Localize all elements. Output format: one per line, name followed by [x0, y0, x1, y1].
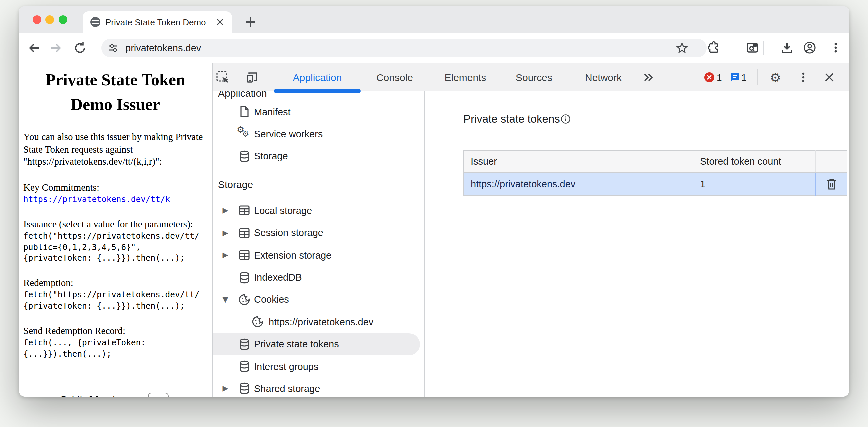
trash-icon[interactable]: [826, 178, 837, 190]
redemption-code-line: {privateToken: {...}}).then(...);: [23, 301, 209, 312]
devtools-close-icon[interactable]: [823, 71, 836, 84]
sidebar-item-extension-storage[interactable]: ▶ Extension storage: [213, 244, 424, 266]
tab-strip: Private State Token Demo: [19, 6, 849, 33]
sidebar-item-label: Manifest: [254, 106, 291, 117]
inspect-element-icon[interactable]: [216, 71, 229, 84]
sidebar-item-label: Session storage: [254, 228, 323, 238]
table-header-row: Issuer Stored token count: [464, 150, 847, 172]
reload-icon[interactable]: [73, 41, 87, 55]
table-row[interactable]: https://privatetokens.dev 1: [464, 172, 847, 196]
content-area: Private State Token Demo Issuer You can …: [19, 63, 849, 397]
chevron-right-icon[interactable]: ▶: [221, 206, 230, 215]
browser-menu-kebab-icon[interactable]: [829, 41, 843, 55]
sidebar-item-service-workers[interactable]: ⚙⚙ Service workers: [213, 123, 424, 145]
column-header-issuer[interactable]: Issuer: [464, 150, 693, 172]
database-icon: [238, 338, 251, 350]
devtools-menu-kebab-icon[interactable]: [797, 71, 810, 84]
sidebar-item-shared-storage[interactable]: ▶ Shared storage: [213, 378, 424, 397]
error-count[interactable]: 1: [717, 72, 722, 83]
chevron-right-icon[interactable]: ▶: [221, 384, 230, 393]
sidebar-item-label: Storage: [254, 151, 288, 162]
panel-title: Private state tokens: [463, 113, 560, 125]
page-title: Private State Token Demo Issuer: [19, 63, 212, 117]
table-icon: [238, 249, 251, 261]
search-side-panel-icon[interactable]: [745, 41, 760, 55]
section-storage: Storage: [213, 178, 424, 191]
chevron-down-icon[interactable]: ▼: [221, 295, 230, 304]
profile-icon[interactable]: [803, 41, 817, 55]
stage: Private State Token Demo: [0, 0, 868, 427]
browser-window: Private State Token Demo: [19, 6, 849, 397]
info-icon[interactable]: [561, 114, 571, 124]
public-metadata-input[interactable]: 0: [148, 393, 169, 397]
message-count[interactable]: 1: [741, 72, 747, 83]
tab-application[interactable]: Application: [293, 72, 342, 83]
site-settings-icon[interactable]: [108, 43, 119, 53]
issuer-cell[interactable]: https://privatetokens.dev: [464, 172, 693, 196]
sidebar-item-private-state-tokens[interactable]: Private state tokens: [213, 333, 420, 355]
devtools-toolbar-divider: [757, 69, 758, 85]
database-icon: [238, 382, 251, 395]
zoom-window-button[interactable]: [59, 15, 67, 24]
sidebar-item-manifest[interactable]: Manifest: [213, 101, 424, 123]
forward-icon[interactable]: [49, 41, 63, 55]
web-page: Private State Token Demo Issuer You can …: [19, 63, 212, 397]
delete-cell[interactable]: [816, 172, 847, 196]
sidebar-item-indexeddb[interactable]: IndexedDB: [213, 266, 424, 289]
sidebar-item-label: Cookies: [254, 294, 289, 305]
sidebar-item-storage[interactable]: Storage: [213, 145, 424, 168]
key-commitments-link[interactable]: https://privatetokens.dev/tt/k: [23, 195, 170, 204]
database-icon: [238, 271, 251, 284]
issuance-code-line: fetch("https://privatetokens.dev/tt/: [23, 231, 209, 242]
devtools-settings-gear-icon[interactable]: ⚙: [769, 71, 782, 84]
browser-tab[interactable]: Private State Token Demo: [83, 11, 232, 33]
extensions-puzzle-icon[interactable]: [707, 41, 721, 55]
toolbar-divider: [763, 41, 764, 55]
chevron-right-icon[interactable]: ▶: [221, 251, 230, 259]
sidebar-item-label: IndexedDB: [254, 272, 302, 283]
key-commitments-label: Key Commitments:: [23, 181, 209, 194]
sidebar-item-cookie-origin[interactable]: https://privatetokens.dev: [213, 311, 424, 333]
close-window-button[interactable]: [33, 15, 41, 24]
table-icon: [238, 204, 251, 217]
srr-code-line: {...}}).then(...);: [23, 348, 209, 359]
tab-close-icon[interactable]: [215, 17, 225, 27]
issuance-code-line: public={0,1,2,3,4,5,6}",: [23, 242, 209, 253]
chevron-right-icon[interactable]: ▶: [221, 229, 230, 237]
devtools: Application Console Elements Sources Net…: [212, 63, 849, 397]
omnibox[interactable]: privatetokens.dev: [101, 39, 707, 57]
tokens-table: Issuer Stored token count https://privat…: [463, 150, 847, 196]
tab-network[interactable]: Network: [585, 72, 622, 83]
new-tab-button[interactable]: [243, 14, 259, 30]
tab-console[interactable]: Console: [376, 72, 413, 83]
minimize-window-button[interactable]: [45, 15, 54, 24]
column-header-stored-token-count[interactable]: Stored token count: [693, 150, 816, 172]
public-metadata-row: Public Metadata 0: [19, 393, 212, 397]
sidebar-item-session-storage[interactable]: ▶ Session storage: [213, 222, 424, 244]
more-tabs-chevron-icon[interactable]: [641, 71, 655, 84]
tab-elements[interactable]: Elements: [444, 72, 486, 83]
token-count-cell[interactable]: 1: [693, 172, 816, 196]
sidebar-item-interest-groups[interactable]: Interest groups: [213, 355, 424, 378]
srr-code-line: fetch(..., {privateToken:: [23, 337, 209, 348]
sidebar-item-label: https://privatetokens.dev: [269, 317, 373, 327]
sidebar-item-cookies[interactable]: ▼ Cookies: [213, 288, 424, 311]
device-toolbar-icon[interactable]: [245, 71, 259, 84]
page-intro: You can also use this issuer by making P…: [23, 131, 209, 168]
download-icon[interactable]: [780, 41, 794, 55]
devtools-sidebar: Application Manifest ⚙⚙ Service workers: [213, 91, 425, 397]
bookmark-star-icon[interactable]: [676, 42, 688, 54]
issuance-label: Issuance (select a value for the paramet…: [23, 218, 209, 231]
console-message-badge-icon[interactable]: [730, 72, 740, 82]
table-icon: [238, 227, 251, 239]
url-text[interactable]: privatetokens.dev: [125, 43, 201, 53]
error-badge-icon[interactable]: [704, 72, 714, 82]
sidebar-item-local-storage[interactable]: ▶ Local storage: [213, 199, 424, 222]
sidebar-item-label: Private state tokens: [254, 339, 339, 349]
back-icon[interactable]: [27, 41, 41, 55]
private-state-tokens-panel: Private state tokens Issuer Stored token…: [425, 91, 849, 397]
gears-icon: ⚙⚙: [237, 127, 251, 141]
devtools-toolbar-divider: [271, 69, 271, 85]
redemption-label: Redemption:: [23, 277, 209, 290]
tab-sources[interactable]: Sources: [516, 72, 552, 83]
